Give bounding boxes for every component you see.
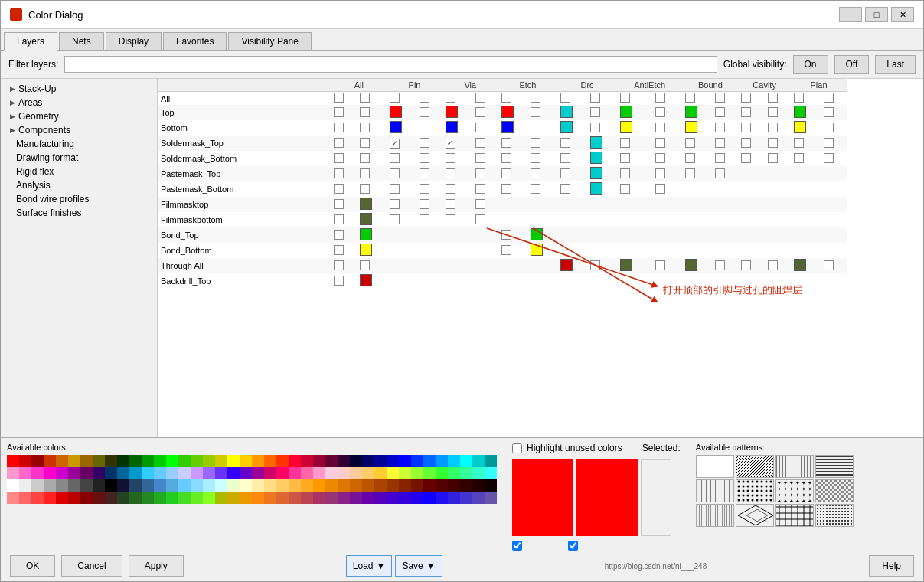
cb-top-ae2[interactable] xyxy=(655,107,665,117)
palette-color-140[interactable] xyxy=(252,492,264,504)
palette-color-118[interactable] xyxy=(472,479,485,492)
palette-color-130[interactable] xyxy=(129,492,142,504)
selected-swatch-2[interactable] xyxy=(576,459,638,536)
color-ta-ae1[interactable] xyxy=(620,259,632,271)
palette-color-52[interactable] xyxy=(154,467,166,479)
sidebar-item-analysis[interactable]: Analysis xyxy=(1,178,157,192)
cb-smb-pin1[interactable] xyxy=(390,153,400,163)
palette-color-145[interactable] xyxy=(313,492,325,504)
color-top-plan1[interactable] xyxy=(794,106,806,118)
palette-color-20[interactable] xyxy=(252,455,264,467)
cb-top-cav1[interactable] xyxy=(741,107,751,117)
palette-color-154[interactable] xyxy=(423,492,436,504)
palette-color-85[interactable] xyxy=(68,479,80,492)
cb-all-all2[interactable] xyxy=(360,93,370,103)
cb-fmb-all1[interactable] xyxy=(334,214,344,224)
maximize-button[interactable]: □ xyxy=(865,7,888,22)
ok-button[interactable]: OK xyxy=(10,555,55,577)
palette-color-146[interactable] xyxy=(325,492,338,504)
minimize-button[interactable]: ─ xyxy=(839,7,862,22)
palette-color-102[interactable] xyxy=(276,479,289,492)
palette-color-28[interactable] xyxy=(350,455,362,467)
palette-color-125[interactable] xyxy=(68,492,80,504)
cb-bot-ae2[interactable] xyxy=(655,123,665,132)
palette-color-23[interactable] xyxy=(289,455,301,467)
palette-color-21[interactable] xyxy=(264,455,276,467)
color-bot-drc1[interactable] xyxy=(560,121,573,133)
palette-color-16[interactable] xyxy=(203,455,215,467)
selected-swatch-1[interactable] xyxy=(512,459,573,536)
cb-fmb-via1[interactable] xyxy=(446,214,455,224)
palette-color-137[interactable] xyxy=(215,492,227,504)
pattern-stars[interactable]: ✦ xyxy=(775,479,814,502)
cb-smt-plan2[interactable] xyxy=(824,138,834,148)
palette-color-39[interactable] xyxy=(485,455,497,467)
cb-ta-plan2[interactable] xyxy=(824,260,834,270)
palette-color-70[interactable] xyxy=(374,467,387,479)
cb-pmt-etch2[interactable] xyxy=(531,168,540,178)
color-pmt-drc2[interactable] xyxy=(590,167,602,179)
cb-ta-all1[interactable] xyxy=(334,260,344,270)
palette-color-55[interactable] xyxy=(191,467,203,479)
palette-color-133[interactable] xyxy=(166,492,178,504)
cb-ta-all2[interactable] xyxy=(360,260,370,270)
palette-color-144[interactable] xyxy=(301,492,313,504)
cb-bot-cav2[interactable] xyxy=(768,123,778,132)
palette-color-71[interactable] xyxy=(387,467,399,479)
palette-color-43[interactable] xyxy=(44,467,56,479)
cb-top-all1[interactable] xyxy=(334,107,344,117)
palette-color-18[interactable] xyxy=(227,455,240,467)
palette-color-90[interactable] xyxy=(129,479,142,492)
palette-color-114[interactable] xyxy=(423,479,436,492)
palette-color-9[interactable] xyxy=(117,455,129,467)
palette-color-51[interactable] xyxy=(142,467,154,479)
cb-smt-ae2[interactable] xyxy=(655,138,665,148)
cb-fmb-pin1[interactable] xyxy=(390,214,400,224)
palette-color-4[interactable] xyxy=(56,455,68,467)
palette-color-59[interactable] xyxy=(240,467,252,479)
palette-color-151[interactable] xyxy=(387,492,399,504)
cb-top-via2[interactable] xyxy=(475,107,485,117)
cb-smb-via1[interactable] xyxy=(446,153,455,163)
palette-color-69[interactable] xyxy=(362,467,374,479)
selected-swatch-3[interactable] xyxy=(641,459,671,536)
palette-color-36[interactable] xyxy=(448,455,460,467)
palette-color-147[interactable] xyxy=(338,492,350,504)
cb-bot-all2[interactable] xyxy=(360,123,370,132)
palette-color-107[interactable] xyxy=(338,479,350,492)
cb-all-drc2[interactable] xyxy=(590,93,600,103)
palette-color-105[interactable] xyxy=(313,479,325,492)
cb-bot-all1[interactable] xyxy=(334,123,344,132)
color-bot-pin1[interactable] xyxy=(390,121,402,133)
cb-smb-ae2[interactable] xyxy=(655,153,665,163)
palette-color-67[interactable] xyxy=(338,467,350,479)
visibility-last-button[interactable]: Last xyxy=(875,55,916,74)
cb-smb-bound2[interactable] xyxy=(715,153,725,163)
cb-ta-drc2[interactable] xyxy=(590,260,600,270)
cb-fmt-pin1[interactable] xyxy=(390,199,400,209)
sidebar-item-surface-finishes[interactable]: Surface finishes xyxy=(1,206,157,220)
palette-color-123[interactable] xyxy=(44,492,56,504)
cb-all-bound1[interactable] xyxy=(685,93,695,103)
palette-color-5[interactable] xyxy=(68,455,80,467)
close-button[interactable]: ✕ xyxy=(891,7,914,22)
cb-all-plan1[interactable] xyxy=(794,93,804,103)
cb-bdt-all1[interactable] xyxy=(334,230,344,240)
palette-color-2[interactable] xyxy=(31,455,44,467)
apply-button[interactable]: Apply xyxy=(129,555,184,577)
palette-color-99[interactable] xyxy=(240,479,252,492)
palette-color-112[interactable] xyxy=(399,479,411,492)
palette-color-134[interactable] xyxy=(178,492,191,504)
pattern-solid[interactable] xyxy=(696,455,734,478)
palette-color-44[interactable] xyxy=(56,467,68,479)
palette-color-64[interactable] xyxy=(301,467,313,479)
cb-ta-cav1[interactable] xyxy=(741,260,751,270)
palette-color-35[interactable] xyxy=(436,455,448,467)
cb-smb-cav2[interactable] xyxy=(768,153,778,163)
cancel-button[interactable]: Cancel xyxy=(61,555,122,577)
palette-color-22[interactable] xyxy=(276,455,289,467)
palette-color-57[interactable] xyxy=(215,467,227,479)
cb-bot-bound2[interactable] xyxy=(715,123,725,132)
palette-color-120[interactable] xyxy=(7,492,19,504)
cb-pmb-all1[interactable] xyxy=(334,184,344,194)
